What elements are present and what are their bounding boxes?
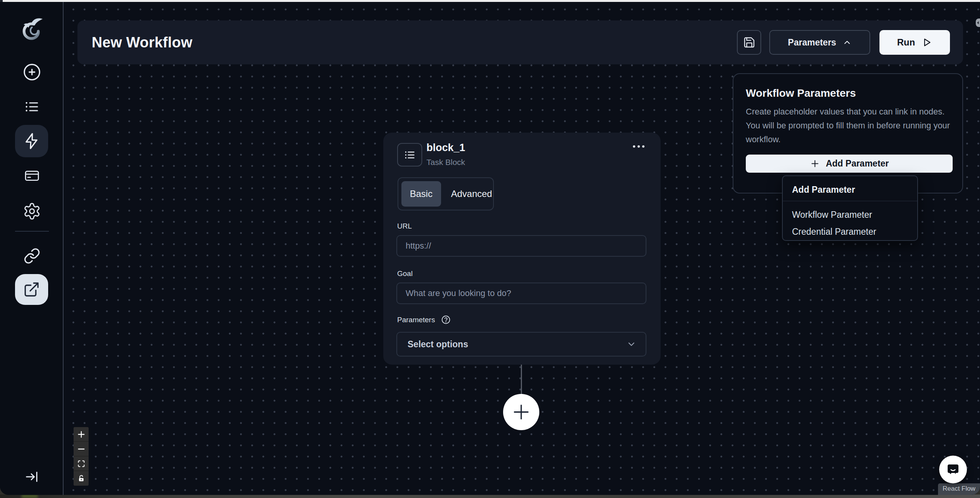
parameters-toggle-label: Parameters xyxy=(788,37,836,48)
run-label: Run xyxy=(897,37,915,48)
workflow-parameters-title: Workflow Parameters xyxy=(746,87,856,99)
add-block-button[interactable] xyxy=(503,394,539,430)
menu-item-credential-parameter[interactable]: Credential Parameter xyxy=(787,223,913,240)
plus-icon xyxy=(810,158,820,169)
sidebar-item-integrations[interactable] xyxy=(23,247,40,264)
link-icon xyxy=(23,247,40,264)
chat-bubble-icon xyxy=(945,462,961,477)
help-circle-icon[interactable] xyxy=(441,315,451,325)
menu-item-workflow-parameter[interactable]: Workflow Parameter xyxy=(787,206,913,223)
sidebar-item-runs[interactable] xyxy=(23,99,40,114)
block-menu-button[interactable] xyxy=(630,141,648,153)
menu-divider xyxy=(783,201,917,201)
external-link-icon xyxy=(23,281,40,298)
lightning-icon xyxy=(23,132,40,150)
task-block-node[interactable]: block_1 Task Block Basic Advanced URL Go… xyxy=(383,133,661,365)
sidebar-divider xyxy=(15,231,49,232)
list-icon xyxy=(23,99,40,114)
react-flow-attribution[interactable]: React Flow xyxy=(938,483,980,495)
add-parameter-button[interactable]: Add Parameter xyxy=(746,155,953,173)
chevron-down-icon xyxy=(626,339,636,349)
run-button[interactable]: Run xyxy=(879,30,950,55)
add-parameter-menu: Add Parameter Workflow Parameter Credent… xyxy=(782,175,918,241)
list-icon xyxy=(404,149,416,161)
page-title: New Workflow xyxy=(92,34,192,51)
screen: New Workflow Parameters Run xyxy=(0,0,980,498)
tab-advanced[interactable]: Advanced xyxy=(443,181,501,207)
save-button[interactable] xyxy=(737,30,761,55)
zoom-out-button[interactable] xyxy=(74,442,89,456)
chevron-up-icon xyxy=(842,38,852,47)
arrow-right-to-line-icon xyxy=(24,469,40,485)
chat-widget-button[interactable] xyxy=(939,456,967,483)
fit-view-icon xyxy=(77,460,85,468)
save-icon xyxy=(743,36,755,49)
skyvern-logo[interactable] xyxy=(18,15,46,44)
expand-sidebar-button[interactable] xyxy=(23,468,40,485)
plus-icon xyxy=(77,430,86,439)
workflow-header-bar: New Workflow Parameters Run xyxy=(77,20,963,64)
block-parameters-label: Parameters xyxy=(397,316,435,324)
parameters-select[interactable]: Select options xyxy=(396,332,646,357)
plus-icon xyxy=(510,401,532,423)
window-chrome-top xyxy=(0,0,980,2)
unlock-icon xyxy=(77,474,85,482)
goal-label: Goal xyxy=(397,269,413,278)
tab-basic[interactable]: Basic xyxy=(401,181,441,207)
credit-card-icon xyxy=(23,168,41,183)
sidebar-item-create[interactable] xyxy=(22,62,42,82)
goal-input[interactable] xyxy=(396,283,646,304)
zoom-in-button[interactable] xyxy=(74,427,89,442)
block-type-label: Task Block xyxy=(426,158,465,167)
play-icon xyxy=(921,37,932,48)
add-parameter-label: Add Parameter xyxy=(826,158,889,169)
sidebar-item-browser-session[interactable] xyxy=(15,274,48,305)
sidebar-item-billing[interactable] xyxy=(23,168,41,183)
parameters-toggle-button[interactable]: Parameters xyxy=(769,30,870,55)
panel-collapse-handle[interactable] xyxy=(976,19,980,27)
workflow-parameters-description: Create placeholder values that you can l… xyxy=(746,105,956,146)
app-window: New Workflow Parameters Run xyxy=(0,2,980,495)
block-tabs: Basic Advanced xyxy=(398,177,494,210)
fit-view-button[interactable] xyxy=(74,456,89,471)
lock-toggle-button[interactable] xyxy=(74,471,89,486)
sidebar-item-workflows[interactable] xyxy=(15,125,48,157)
dragon-logo-icon xyxy=(18,15,46,44)
ellipsis-icon xyxy=(632,144,645,149)
block-icon-box xyxy=(397,143,422,167)
url-label: URL xyxy=(397,222,412,230)
plus-circle-icon xyxy=(22,62,42,82)
gear-icon xyxy=(23,202,41,220)
edge-connector xyxy=(521,365,522,396)
sidebar-item-settings[interactable] xyxy=(23,202,41,220)
url-input[interactable] xyxy=(396,235,646,257)
add-parameter-menu-header: Add Parameter xyxy=(792,185,855,195)
help-circle-icon xyxy=(441,315,451,325)
block-name: block_1 xyxy=(426,142,465,154)
sidebar xyxy=(0,2,64,495)
minus-icon xyxy=(77,445,86,453)
parameters-select-value: Select options xyxy=(408,339,468,350)
window-chrome-bottom xyxy=(0,495,980,498)
canvas-controls xyxy=(74,427,89,486)
